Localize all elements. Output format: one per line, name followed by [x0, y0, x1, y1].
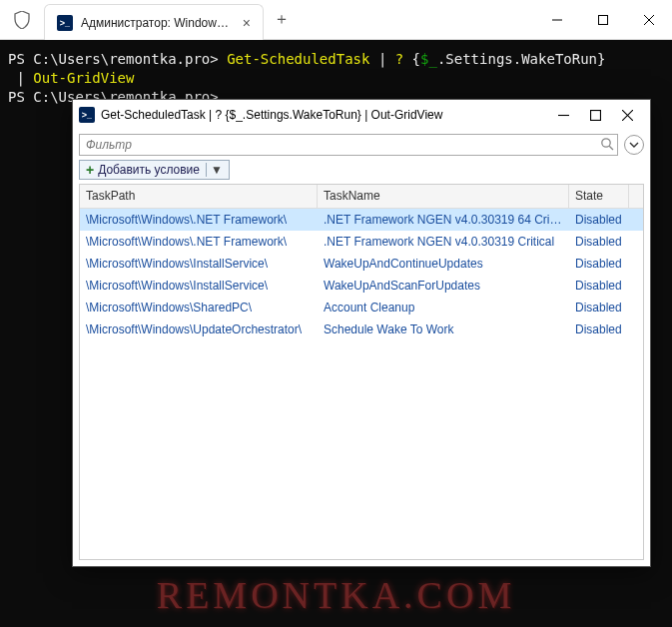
cell-taskpath: \Microsoft\Windows\.NET Framework\	[80, 210, 318, 230]
tab-close-icon[interactable]: ×	[243, 15, 251, 31]
cell-taskname: Schedule Wake To Work	[318, 319, 569, 339]
svg-point-8	[602, 139, 610, 147]
grid-body[interactable]: \Microsoft\Windows\.NET Framework\.NET F…	[80, 209, 643, 559]
minimize-button[interactable]	[556, 108, 570, 122]
out-gridview-window: >_ Get-ScheduledTask | ? {$_.Settings.Wa…	[72, 99, 651, 567]
cell-taskname: Account Cleanup	[318, 298, 569, 317]
cell-taskname: WakeUpAndContinueUpdates	[318, 254, 569, 274]
cell-taskname: WakeUpAndScanForUpdates	[318, 276, 569, 296]
svg-line-9	[609, 146, 613, 150]
cell-taskpath: \Microsoft\Windows\InstallService\	[80, 254, 318, 274]
terminal-tab[interactable]: >_ Администратор: Windows Po ×	[44, 4, 264, 40]
cell-state: Disabled	[569, 298, 629, 317]
cell-state: Disabled	[569, 232, 629, 252]
table-row[interactable]: \Microsoft\Windows\.NET Framework\.NET F…	[80, 209, 643, 231]
grid-header: TaskPath TaskName State	[80, 185, 643, 209]
close-button[interactable]	[620, 108, 634, 122]
svg-rect-1	[599, 15, 608, 24]
add-criteria-label: Добавить условие	[98, 163, 200, 177]
maximize-button[interactable]	[580, 0, 626, 39]
cell-state: Disabled	[569, 319, 629, 339]
column-taskpath[interactable]: TaskPath	[80, 185, 318, 208]
filter-input-wrap	[79, 134, 618, 156]
close-button[interactable]	[626, 0, 672, 39]
cell-taskpath: \Microsoft\Windows\UpdateOrchestrator\	[80, 319, 318, 339]
gridview-titlebar[interactable]: >_ Get-ScheduledTask | ? {$_.Settings.Wa…	[73, 100, 650, 130]
cell-taskname: .NET Framework NGEN v4.0.30319 64 Critic…	[318, 210, 569, 230]
cell-taskpath: \Microsoft\Windows\InstallService\	[80, 276, 318, 296]
search-icon[interactable]	[600, 137, 614, 154]
results-grid: TaskPath TaskName State \Microsoft\Windo…	[79, 184, 644, 560]
variable: $_	[420, 51, 437, 67]
table-row[interactable]: \Microsoft\Windows\UpdateOrchestrator\Sc…	[80, 318, 643, 340]
table-row[interactable]: \Microsoft\Windows\SharedPC\Account Clea…	[80, 297, 643, 318]
prompt: PS C:\Users\remontka.pro>	[8, 51, 227, 67]
tab-title: Администратор: Windows Po	[81, 16, 231, 30]
powershell-icon: >_	[57, 15, 73, 31]
add-criteria-button[interactable]: + Добавить условие ▼	[79, 160, 230, 180]
plus-icon: +	[86, 163, 94, 177]
column-state[interactable]: State	[569, 185, 629, 208]
table-row[interactable]: \Microsoft\Windows\InstallService\WakeUp…	[80, 253, 643, 275]
chevron-down-icon: ▼	[206, 163, 223, 177]
cell-state: Disabled	[569, 210, 629, 230]
window-buttons	[534, 0, 672, 39]
window-title: Get-ScheduledTask | ? {$_.Settings.WakeT…	[101, 108, 442, 122]
powershell-icon: >_	[79, 107, 95, 123]
table-row[interactable]: \Microsoft\Windows\.NET Framework\.NET F…	[80, 231, 643, 253]
svg-rect-5	[590, 110, 600, 120]
maximize-button[interactable]	[588, 108, 602, 122]
cell-taskpath: \Microsoft\Windows\.NET Framework\	[80, 232, 318, 252]
minimize-button[interactable]	[534, 0, 580, 39]
cmdlet: Get-ScheduledTask	[227, 51, 369, 67]
cell-state: Disabled	[569, 276, 629, 296]
shield-icon	[0, 0, 44, 39]
cell-taskpath: \Microsoft\Windows\SharedPC\	[80, 298, 318, 317]
outer-titlebar: >_ Администратор: Windows Po × ＋	[0, 0, 672, 40]
cell-state: Disabled	[569, 254, 629, 274]
new-tab-button[interactable]: ＋	[264, 0, 300, 39]
table-row[interactable]: \Microsoft\Windows\InstallService\WakeUp…	[80, 275, 643, 297]
cell-taskname: .NET Framework NGEN v4.0.30319 Critical	[318, 232, 569, 252]
filter-input[interactable]	[79, 134, 618, 156]
expand-filter-button[interactable]	[624, 135, 644, 155]
cmdlet: Out-GridView	[33, 70, 134, 86]
column-taskname[interactable]: TaskName	[318, 185, 569, 208]
